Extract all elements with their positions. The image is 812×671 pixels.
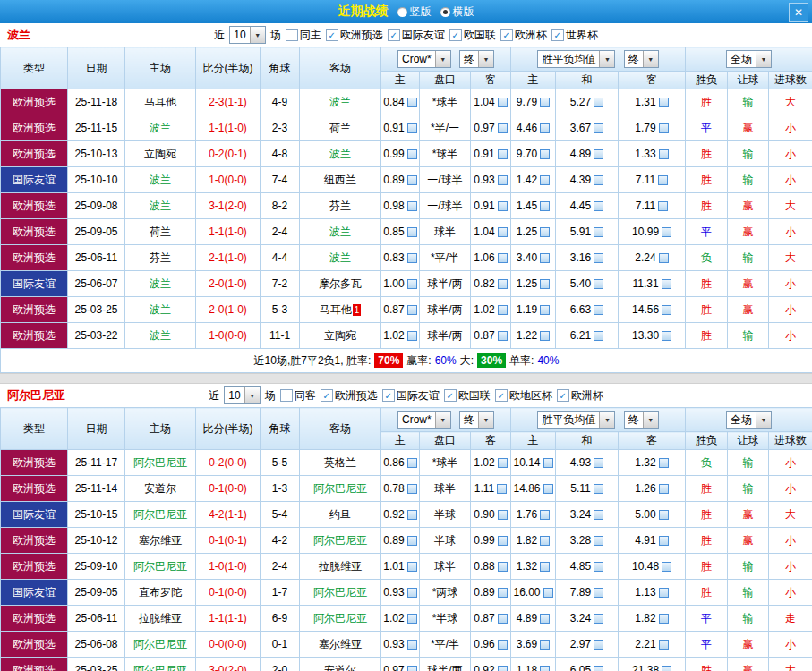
odds-history-icon[interactable] [659, 458, 669, 468]
filter-同客[interactable]: 同客 [280, 388, 316, 403]
odds-history-icon[interactable] [407, 562, 417, 572]
wdl-average-select[interactable]: 胜平负均值▼ [537, 411, 615, 429]
odds-history-icon[interactable] [407, 331, 417, 341]
odds-history-icon[interactable] [407, 175, 417, 185]
odds-history-icon[interactable] [662, 331, 671, 341]
odds-history-icon[interactable] [659, 588, 669, 598]
odds-history-icon[interactable] [594, 614, 603, 624]
odds-history-icon[interactable] [594, 227, 603, 237]
odds-history-icon[interactable] [543, 484, 553, 494]
odds-history-icon[interactable] [407, 98, 417, 107]
odds-history-icon[interactable] [594, 123, 603, 133]
layout-vertical-radio[interactable]: 竖版 [397, 4, 432, 20]
odds-history-icon[interactable] [594, 588, 603, 598]
wdl-average-select[interactable]: 胜平负均值▼ [537, 50, 615, 68]
odds-history-icon[interactable] [662, 279, 671, 289]
odds-history-icon[interactable] [540, 149, 550, 159]
odds-history-icon[interactable] [594, 149, 603, 159]
odds-history-icon[interactable] [662, 666, 671, 671]
odds-history-icon[interactable] [407, 227, 417, 237]
odds-history-icon[interactable] [662, 305, 671, 315]
odds-history-icon[interactable] [407, 484, 417, 494]
odds-history-icon[interactable] [540, 123, 550, 133]
odds-history-icon[interactable] [659, 149, 669, 159]
odds-history-icon[interactable] [662, 562, 671, 572]
odds-history-icon[interactable] [498, 305, 508, 315]
filter-同主[interactable]: 同主 [286, 28, 321, 43]
odds-history-icon[interactable] [543, 588, 553, 598]
odds-history-icon[interactable] [658, 201, 668, 211]
odds-history-icon[interactable] [498, 666, 508, 671]
odds-history-icon[interactable] [594, 98, 603, 107]
odds-history-icon[interactable] [407, 588, 417, 598]
odds-history-icon[interactable] [594, 305, 603, 315]
odds-history-icon[interactable] [498, 201, 508, 211]
filter-国际友谊[interactable]: ✓国际友谊 [382, 388, 440, 403]
wdl-stage-select[interactable]: 终▼ [624, 411, 659, 429]
wdl-stage-select[interactable]: 终▼ [624, 50, 659, 68]
filter-欧国联[interactable]: ✓欧国联 [444, 388, 491, 403]
filter-欧洲预选[interactable]: ✓欧洲预选 [326, 28, 383, 43]
odds-history-icon[interactable] [407, 305, 417, 315]
odds-history-icon[interactable] [594, 536, 603, 546]
odds-history-icon[interactable] [498, 253, 508, 263]
odds-history-icon[interactable] [594, 201, 603, 211]
odds-history-icon[interactable] [407, 279, 417, 289]
close-button[interactable]: ✕ [789, 3, 808, 22]
odds-history-icon[interactable] [498, 331, 508, 341]
odds-history-icon[interactable] [662, 227, 671, 237]
odds-history-icon[interactable] [540, 666, 550, 671]
odds-history-icon[interactable] [407, 123, 417, 133]
bookmaker-select[interactable]: Crow*▼ [397, 411, 451, 429]
odds-history-icon[interactable] [498, 458, 508, 468]
odds-history-icon[interactable] [594, 484, 603, 494]
odds-history-icon[interactable] [659, 536, 669, 546]
odds-history-icon[interactable] [540, 98, 550, 107]
odds-history-icon[interactable] [498, 588, 508, 598]
odds-history-icon[interactable] [498, 562, 508, 572]
odds-history-icon[interactable] [498, 98, 508, 107]
odds-history-icon[interactable] [407, 149, 417, 159]
odds-history-icon[interactable] [498, 640, 508, 650]
match-scope-select[interactable]: 全场▼ [726, 411, 772, 429]
odds-history-icon[interactable] [407, 536, 417, 546]
filter-欧洲杯[interactable]: ✓欧洲杯 [557, 388, 603, 403]
odds-history-icon[interactable] [498, 536, 508, 546]
odds-history-icon[interactable] [540, 175, 550, 185]
filter-欧国联[interactable]: ✓欧国联 [449, 28, 496, 43]
bookmaker-select[interactable]: Crow*▼ [397, 50, 451, 68]
odds-history-icon[interactable] [594, 458, 603, 468]
odds-history-icon[interactable] [498, 614, 508, 624]
odds-history-icon[interactable] [540, 331, 550, 341]
odds-history-icon[interactable] [407, 510, 417, 520]
odds-history-icon[interactable] [407, 666, 417, 671]
odds-history-icon[interactable] [540, 640, 550, 650]
odds-history-icon[interactable] [540, 510, 550, 520]
odds-history-icon[interactable] [540, 536, 550, 546]
odds-history-icon[interactable] [594, 331, 603, 341]
odds-history-icon[interactable] [540, 227, 550, 237]
filter-欧地区杯[interactable]: ✓欧地区杯 [495, 388, 552, 403]
odds-history-icon[interactable] [659, 98, 669, 107]
odds-history-icon[interactable] [659, 510, 669, 520]
odds-history-icon[interactable] [540, 279, 550, 289]
odds-history-icon[interactable] [407, 201, 417, 211]
filter-世界杯[interactable]: ✓世界杯 [551, 28, 598, 43]
odds-history-icon[interactable] [407, 458, 417, 468]
odds-history-icon[interactable] [659, 614, 669, 624]
odds-stage-select[interactable]: 终▼ [459, 411, 494, 429]
odds-history-icon[interactable] [497, 484, 507, 494]
layout-horizontal-radio[interactable]: 横版 [440, 4, 474, 20]
match-scope-select[interactable]: 全场▼ [726, 50, 772, 68]
odds-history-icon[interactable] [407, 253, 417, 263]
filter-国际友谊[interactable]: ✓国际友谊 [388, 28, 445, 43]
odds-history-icon[interactable] [407, 614, 417, 624]
filter-欧洲杯[interactable]: ✓欧洲杯 [500, 28, 547, 43]
odds-history-icon[interactable] [658, 175, 668, 185]
odds-history-icon[interactable] [594, 666, 603, 671]
odds-history-icon[interactable] [594, 510, 603, 520]
odds-history-icon[interactable] [498, 149, 508, 159]
odds-history-icon[interactable] [659, 484, 669, 494]
odds-history-icon[interactable] [594, 640, 603, 650]
odds-history-icon[interactable] [540, 201, 550, 211]
